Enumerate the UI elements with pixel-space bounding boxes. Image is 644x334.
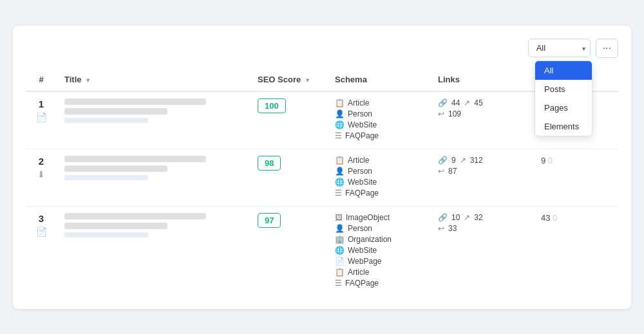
schema-type-label: FAQPage bbox=[345, 189, 379, 198]
links-backlinks-row: ↩ 33 bbox=[438, 224, 526, 233]
schema-item: 👤Person bbox=[335, 224, 422, 233]
header-controls: All Posts Pages Elements ▾ All Posts Pag… bbox=[528, 39, 618, 58]
row-title-cell bbox=[57, 206, 250, 296]
row-seo-cell: 98 bbox=[250, 149, 327, 206]
table-row: 3📄 97🖼ImageObject👤Person🏢Organization🌐We… bbox=[26, 206, 618, 296]
links-external-count: 312 bbox=[470, 156, 483, 165]
schema-item: 📋Article bbox=[335, 268, 422, 277]
schema-item: 📋Article bbox=[335, 98, 422, 107]
schema-type-label: Person bbox=[348, 109, 372, 118]
schema-type-icon: 🏢 bbox=[335, 235, 345, 244]
row-links-cell: 🔗 10 ↗ 32 ↩ 33 bbox=[430, 206, 533, 296]
schema-type-label: ImageObject bbox=[346, 213, 390, 222]
schema-type-icon: 🌐 bbox=[335, 178, 345, 187]
row-seo-cell: 100 bbox=[250, 91, 327, 149]
schema-type-icon: ☰ bbox=[335, 189, 342, 198]
schema-type-icon: ☰ bbox=[335, 279, 342, 288]
schema-type-icon: 👤 bbox=[335, 224, 345, 233]
row-title-cell bbox=[57, 149, 250, 206]
traffic-value: 9 0 bbox=[541, 156, 553, 165]
sort-icon-title: ▾ bbox=[86, 77, 90, 84]
card-header: All Posts Pages Elements ▾ All Posts Pag… bbox=[26, 39, 618, 58]
traffic-value: 43 0 bbox=[541, 213, 557, 223]
sort-icon-seo: ▾ bbox=[306, 77, 309, 84]
col-header-seo[interactable]: SEO Score ▾ bbox=[250, 68, 327, 91]
schema-type-icon: 📋 bbox=[335, 156, 345, 165]
row-links-cell: 🔗 44 ↗ 45 ↩ 109 bbox=[430, 91, 533, 149]
schema-item: 🏢Organization bbox=[335, 235, 422, 244]
links-internal-row: 🔗 44 ↗ 45 bbox=[438, 98, 526, 107]
title-text-line2 bbox=[64, 223, 167, 229]
schema-item: 👤Person bbox=[335, 109, 422, 118]
link-icon: 🔗 bbox=[438, 213, 448, 222]
schema-item: 🌐WebSite bbox=[335, 178, 422, 187]
schema-type-icon: ☰ bbox=[335, 131, 342, 140]
row-links-cell: 🔗 9 ↗ 312 ↩ 87 bbox=[430, 149, 533, 206]
title-text-line1 bbox=[64, 98, 206, 105]
dropdown-item-elements[interactable]: Elements bbox=[535, 117, 592, 136]
title-url[interactable] bbox=[64, 175, 148, 180]
schema-type-icon: 🖼 bbox=[335, 213, 343, 222]
row-type-icon: ⬇ bbox=[33, 169, 49, 180]
filter-select-wrapper: All Posts Pages Elements ▾ bbox=[528, 39, 591, 57]
schema-item: 👤Person bbox=[335, 167, 422, 176]
external-link-icon: ↗ bbox=[464, 213, 470, 222]
schema-type-icon: 📋 bbox=[335, 98, 345, 107]
schema-type-label: Article bbox=[348, 98, 369, 107]
schema-item: 🌐WebSite bbox=[335, 120, 422, 129]
schema-type-label: WebSite bbox=[348, 178, 377, 187]
schema-type-label: FAQPage bbox=[345, 131, 379, 140]
title-text-line1 bbox=[64, 156, 206, 162]
dropdown-item-posts[interactable]: Posts bbox=[535, 80, 592, 98]
title-url[interactable] bbox=[64, 232, 148, 237]
row-seo-cell: 97 bbox=[250, 206, 327, 296]
schema-type-icon: 👤 bbox=[335, 167, 345, 176]
filter-dropdown: All Posts Pages Elements bbox=[535, 60, 592, 136]
schema-type-label: WebPage bbox=[348, 257, 381, 266]
row-schema-cell: 📋Article👤Person🌐WebSite☰FAQPage bbox=[327, 149, 430, 206]
schema-type-icon: 👤 bbox=[335, 109, 345, 118]
title-text-line1 bbox=[64, 213, 206, 219]
dropdown-item-all[interactable]: All bbox=[535, 61, 592, 80]
external-link-icon: ↗ bbox=[464, 98, 470, 107]
content-table: # Title ▾ SEO Score ▾ Schema Links Traff… bbox=[26, 68, 618, 296]
link-icon: 🔗 bbox=[438, 98, 448, 107]
external-link-icon: ↗ bbox=[460, 156, 466, 165]
links-external-count: 45 bbox=[474, 98, 482, 107]
schema-type-label: FAQPage bbox=[345, 279, 379, 288]
row-schema-cell: 📋Article👤Person🌐WebSite☰FAQPage bbox=[327, 91, 430, 149]
schema-item: ☰FAQPage bbox=[335, 131, 422, 140]
row-number: 2 bbox=[33, 156, 49, 167]
filter-select[interactable]: All Posts Pages Elements bbox=[528, 39, 591, 57]
links-backlinks-count: 109 bbox=[448, 109, 461, 118]
links-internal-count: 10 bbox=[451, 213, 460, 222]
schema-type-icon: 📄 bbox=[335, 257, 345, 266]
row-traffic-cell: 43 0 bbox=[533, 206, 618, 296]
schema-type-label: Person bbox=[348, 224, 372, 233]
backlink-icon: ↩ bbox=[438, 109, 444, 118]
schema-type-icon: 🌐 bbox=[335, 120, 345, 129]
links-internal-count: 9 bbox=[451, 156, 456, 165]
row-type-icon: 📄 bbox=[33, 227, 49, 237]
traffic-zero: 0 bbox=[548, 156, 553, 165]
title-url[interactable] bbox=[64, 118, 148, 123]
schema-type-label: Article bbox=[348, 268, 369, 277]
more-options-button[interactable]: ··· bbox=[596, 39, 618, 58]
schema-item: 📄WebPage bbox=[335, 257, 422, 266]
schema-type-icon: 📋 bbox=[335, 268, 345, 277]
seo-score-badge: 98 bbox=[258, 156, 281, 171]
seo-score-badge: 97 bbox=[258, 213, 281, 228]
dropdown-item-pages[interactable]: Pages bbox=[535, 98, 592, 117]
schema-item: ☰FAQPage bbox=[335, 279, 422, 288]
col-header-title[interactable]: Title ▾ bbox=[57, 68, 250, 91]
schema-type-label: WebSite bbox=[348, 120, 377, 129]
col-header-schema: Schema bbox=[327, 68, 430, 91]
title-text-line2 bbox=[64, 165, 167, 172]
link-icon: 🔗 bbox=[438, 156, 448, 165]
links-backlinks-row: ↩ 109 bbox=[438, 109, 526, 118]
schema-type-label: Article bbox=[348, 156, 369, 165]
backlink-icon: ↩ bbox=[438, 224, 444, 233]
backlink-icon: ↩ bbox=[438, 167, 444, 176]
schema-item: 🖼ImageObject bbox=[335, 213, 422, 222]
schema-item: 🌐WebSite bbox=[335, 246, 422, 255]
